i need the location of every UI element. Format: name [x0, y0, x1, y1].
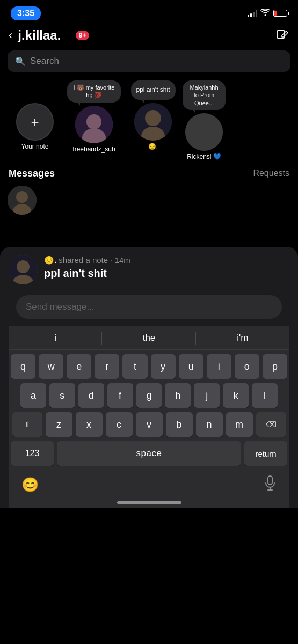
key-s[interactable]: s [49, 383, 75, 408]
add-note-avatar[interactable]: + [16, 103, 54, 141]
search-bar[interactable]: 🔍 Search [8, 50, 290, 72]
microphone-button[interactable] [264, 475, 277, 494]
svg-point-10 [16, 191, 28, 203]
key-x[interactable]: x [76, 412, 103, 437]
conversation-peek[interactable] [0, 184, 298, 217]
key-u[interactable]: u [179, 354, 203, 379]
key-r[interactable]: r [95, 354, 119, 379]
username-label: j.killaa._ [18, 28, 68, 43]
note-item-your-note[interactable]: + Your note [5, 80, 64, 160]
note-overlay-user: 😒. shared a note · 14m ppl ain't shit [9, 255, 289, 284]
svg-point-13 [17, 260, 30, 273]
key-q[interactable]: q [11, 354, 35, 379]
key-z[interactable]: z [46, 412, 72, 437]
note-label-your-note: Your note [21, 143, 49, 150]
overlay-info: 😒. shared a note · 14m ppl ain't shit [44, 255, 289, 280]
status-time: 3:35 [11, 6, 41, 20]
autocomplete-im[interactable]: i'm [196, 327, 289, 349]
key-k[interactable]: k [223, 383, 249, 408]
battery-icon [273, 10, 287, 17]
key-d[interactable]: d [78, 383, 104, 408]
overlay-avatar [9, 255, 38, 284]
note-label-rickensi: Rickensi 💙 [187, 153, 221, 160]
key-v[interactable]: v [136, 412, 163, 437]
conversation-avatar [8, 186, 37, 215]
emoji-button[interactable]: 😊 [21, 477, 39, 493]
key-l[interactable]: l [252, 383, 278, 408]
key-n[interactable]: n [196, 412, 223, 437]
message-input-wrap[interactable]: Send message... [9, 290, 289, 326]
signal-bars-icon [248, 10, 257, 17]
wifi-icon [260, 9, 270, 18]
key-w[interactable]: w [39, 354, 63, 379]
svg-rect-15 [268, 476, 272, 485]
note-label-emoji-user: 😒. [148, 143, 158, 150]
key-row-2: a s d f g h j k l [11, 383, 287, 408]
home-indicator [11, 498, 287, 508]
key-t[interactable]: t [122, 354, 147, 379]
requests-link[interactable]: Requests [253, 169, 289, 178]
key-p[interactable]: p [263, 354, 287, 379]
search-input[interactable]: Search [30, 56, 59, 67]
notification-badge: 9+ [76, 31, 90, 40]
svg-point-8 [185, 113, 223, 151]
autocomplete-bar: i the i'm [9, 326, 289, 350]
note-label-freebandz: freebandz_sub [72, 145, 115, 153]
search-icon: 🔍 [15, 56, 26, 67]
status-icons [248, 9, 287, 18]
note-item-emoji-user[interactable]: ppl ain't shit 😒. [123, 80, 183, 160]
autocomplete-i[interactable]: i [9, 327, 102, 349]
note-bubble-freebandz: I 🐻 my favorite hg 💯 [67, 80, 121, 103]
freebandz-avatar [75, 106, 113, 143]
key-f[interactable]: f [107, 383, 133, 408]
key-j[interactable]: j [194, 383, 220, 408]
note-overlay-panel: 😒. shared a note · 14m ppl ain't shit Se… [0, 247, 298, 508]
key-row-3: ⇧ z x c v b n m ⌫ [11, 412, 287, 437]
overlay-meta-text: shared a note · 14m [59, 255, 130, 265]
home-bar [117, 501, 181, 504]
add-note-icon: + [31, 114, 39, 130]
autocomplete-the[interactable]: the [102, 327, 195, 349]
emoji-user-avatar [134, 103, 172, 141]
key-row-4: 123 space return [11, 441, 287, 466]
key-row-1: q w e r t y u i o p [11, 354, 287, 379]
svg-point-2 [86, 114, 101, 129]
key-a[interactable]: a [20, 383, 46, 408]
note-item-rickensi[interactable]: Makylahhh fo Prom Quee... Rickensi 💙 [183, 80, 226, 160]
notes-row: + Your note I 🐻 my favorite hg 💯 freeban… [0, 78, 298, 165]
status-bar: 3:35 [0, 0, 298, 24]
key-h[interactable]: h [165, 383, 191, 408]
keyboard: q w e r t y u i o p a s d f g h j k l ⇧ … [9, 350, 289, 508]
svg-point-5 [145, 110, 161, 126]
header-left: ‹ j.killaa._ 9+ [9, 28, 89, 43]
rickensi-avatar [185, 113, 223, 151]
key-g[interactable]: g [136, 383, 162, 408]
key-e[interactable]: e [67, 354, 91, 379]
messages-header: Messages Requests [0, 165, 298, 184]
note-item-freebandz[interactable]: I 🐻 my favorite hg 💯 freebandz_sub [64, 80, 123, 160]
key-b[interactable]: b [166, 412, 193, 437]
note-bubble-emoji-user: ppl ain't shit [131, 80, 176, 100]
overlay-note-text: ppl ain't shit [44, 267, 289, 280]
messages-title: Messages [9, 168, 55, 179]
header: ‹ j.killaa._ 9+ [0, 24, 298, 48]
return-key[interactable]: return [244, 441, 287, 466]
message-input[interactable]: Send message... [16, 295, 282, 319]
freebandz-avatar-wrap [75, 106, 113, 143]
note-bubble-rickensi: Makylahhh fo Prom Quee... [183, 80, 226, 110]
numbers-key[interactable]: 123 [11, 441, 54, 466]
emoji-user-avatar-wrap [134, 103, 172, 141]
key-m[interactable]: m [226, 412, 253, 437]
edit-icon[interactable] [274, 28, 289, 43]
key-c[interactable]: c [106, 412, 133, 437]
space-key[interactable]: space [57, 441, 241, 466]
key-i[interactable]: i [207, 354, 231, 379]
key-o[interactable]: o [235, 354, 259, 379]
shift-key[interactable]: ⇧ [12, 412, 42, 437]
key-y[interactable]: y [151, 354, 176, 379]
overlay-meta: 😒. shared a note · 14m [44, 255, 289, 265]
rickensi-avatar-wrap [185, 113, 223, 151]
backspace-key[interactable]: ⌫ [256, 412, 286, 437]
back-button[interactable]: ‹ [9, 28, 12, 42]
bottom-bar: 😊 [11, 470, 287, 498]
